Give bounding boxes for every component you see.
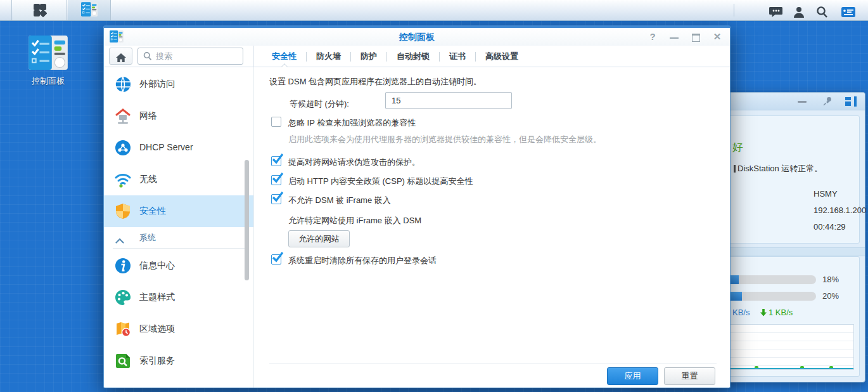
chat-icon (769, 6, 783, 18)
chart-bump (829, 366, 833, 368)
sidebar-item-wireless[interactable]: 无线 (104, 164, 254, 195)
tab-firewall[interactable]: 防火墙 (307, 46, 350, 67)
regional-options-icon (115, 321, 131, 337)
timeout-label: 等候超时 (分钟): (290, 98, 349, 110)
sidebar-item-external-access[interactable]: 外部访问 (104, 69, 254, 100)
sidebar-item-security[interactable]: 安全性 (104, 195, 254, 227)
tab-security[interactable]: 安全性 (262, 46, 306, 67)
partial-item-icon (115, 387, 131, 388)
theme-palette-icon (115, 289, 131, 306)
sidebar-item-theme[interactable]: 主题样式 (104, 282, 254, 313)
tab-bar: 安全性 防火墙 防护 自动封锁 证书 高级设置 (262, 46, 528, 67)
ignore-ip-label: 忽略 IP 检查来加强浏览器的兼容性 (288, 117, 416, 129)
csp-checkbox[interactable] (271, 175, 281, 185)
iframe-sub-label: 允许特定网站使用 iFrame 嵌入 DSM (288, 215, 421, 226)
control-panel-icon (29, 36, 68, 70)
sidebar-divider (113, 248, 245, 249)
sidebar-search (137, 48, 243, 65)
help-button[interactable]: ? (646, 30, 659, 43)
dhcp-server-icon (115, 140, 131, 156)
download-arrow-icon (760, 309, 767, 317)
widget-minimize-icon[interactable] (798, 101, 807, 103)
tab-auto-block[interactable]: 自动封锁 (387, 46, 439, 67)
search-button[interactable] (811, 0, 833, 20)
sidebar-item-indexing-service[interactable]: 索引服务 (104, 345, 254, 377)
network-home-icon (115, 108, 131, 124)
widgets-toggle-button[interactable] (838, 0, 859, 20)
sidebar-scrollbar-thumb[interactable] (245, 160, 249, 280)
ip-address-value: 192.168.1.200 (814, 206, 866, 215)
info-center-icon (115, 258, 131, 274)
desktop-icon-label: 控制面板 (24, 75, 72, 87)
clear-sessions-checkbox[interactable] (271, 254, 281, 265)
tab-advanced[interactable]: 高级设置 (476, 46, 528, 67)
window-title: 控制面板 (104, 32, 730, 43)
server-name-value: HSMY (814, 189, 838, 199)
wireless-icon (115, 171, 131, 188)
sidebar: 外部访问 网络 (104, 67, 254, 388)
footer-separator (269, 363, 717, 363)
window-controls: ? ✕ (646, 30, 724, 44)
maximize-button[interactable] (689, 30, 702, 43)
search-input[interactable] (156, 49, 238, 63)
chart-bump (755, 366, 758, 368)
csrf-label: 提高对跨网站请求伪造攻击的保护。 (288, 157, 420, 168)
status-headline: 好 (732, 140, 743, 155)
close-button[interactable]: ✕ (711, 30, 724, 43)
subheader-divider (253, 46, 254, 67)
search-icon (815, 6, 828, 18)
user-icon (793, 6, 805, 18)
desktop: 控制面板 好 DiskStation 运转正常。 HSMY 192.16 (0, 0, 868, 392)
upload-speed: KB/s (732, 308, 750, 317)
pin-icon[interactable] (822, 96, 833, 109)
chart-bump (800, 366, 804, 368)
reset-button[interactable]: 重置 (664, 367, 715, 385)
sidebar-item-network[interactable]: 网络 (104, 100, 254, 132)
taskbar-left-slot (0, 0, 12, 20)
clear-sessions-label: 系统重启时清除所有保存的用户登录会话 (288, 255, 437, 266)
sidebar-item-dhcp-server[interactable]: DHCP Server (104, 132, 254, 164)
widget-layout-icon[interactable] (845, 96, 857, 107)
security-panel: 设置 DSM 包含网页应用程序在浏览器上的自动注销时间。 等候超时 (分钟): … (254, 67, 730, 388)
uptime-value: 00:44:29 (814, 222, 846, 232)
tab-protection[interactable]: 防护 (351, 46, 386, 67)
home-button[interactable] (109, 48, 132, 65)
csp-label: 启动 HTTP 内容安全政策 (CSP) 标题以提高安全性 (288, 176, 473, 187)
allowed-sites-button[interactable]: 允许的网站 (288, 230, 350, 247)
control-panel-window: 控制面板 ? ✕ 安全性 (103, 25, 731, 388)
window-subheader: 安全性 防火墙 防护 自动封锁 证书 高级设置 (104, 46, 730, 67)
window-titlebar: 控制面板 ? ✕ (104, 28, 730, 46)
desktop-icon-control-panel[interactable]: 控制面板 (24, 36, 72, 87)
taskbar (0, 0, 868, 21)
status-message: DiskStation 运转正常。 (737, 163, 822, 174)
control-panel-icon (81, 2, 98, 16)
iframe-label: 不允许 DSM 被 iFrame 嵌入 (288, 195, 391, 206)
widgets-icon (841, 6, 856, 18)
home-icon (115, 53, 127, 63)
download-speed: 1 KB/s (760, 308, 793, 317)
minimize-button[interactable] (668, 30, 680, 43)
cpu-usage-percent: 18% (822, 275, 839, 284)
timeout-input[interactable] (385, 92, 512, 109)
indexing-service-icon (115, 353, 131, 369)
sidebar-item-info-center[interactable]: 信息中心 (104, 250, 254, 282)
clipped-text-fragment (734, 165, 736, 173)
tab-certificate[interactable]: 证书 (440, 46, 475, 67)
security-shield-icon (115, 203, 131, 219)
globe-icon (115, 76, 131, 93)
tray-divider (734, 4, 734, 16)
ram-usage-percent: 20% (822, 291, 839, 301)
sidebar-section-system[interactable]: 系统 (104, 229, 254, 247)
search-icon (143, 51, 152, 61)
main-menu-button[interactable] (13, 0, 67, 20)
taskbar-control-panel-button[interactable] (68, 0, 111, 20)
notifications-button[interactable] (765, 0, 787, 20)
ignore-ip-checkbox[interactable] (271, 117, 281, 127)
user-menu-button[interactable] (788, 0, 810, 20)
sidebar-item-partial[interactable] (104, 377, 254, 388)
apply-button[interactable]: 应用 (607, 367, 658, 385)
csrf-checkbox[interactable] (271, 156, 281, 166)
chevron-up-icon (115, 235, 124, 246)
iframe-checkbox[interactable] (271, 194, 281, 204)
sidebar-item-regional-options[interactable]: 区域选项 (104, 313, 254, 345)
